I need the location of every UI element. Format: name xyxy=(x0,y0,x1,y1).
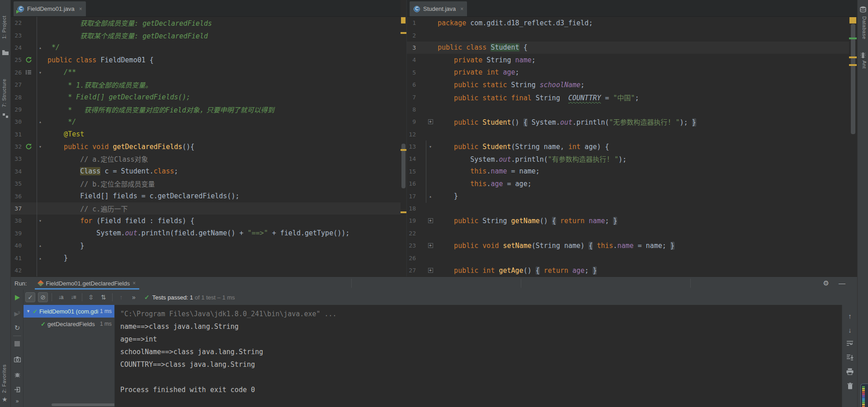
code-line[interactable]: 19+ public String getName() { return nam… xyxy=(407,215,857,227)
gutter-lines-icon[interactable] xyxy=(24,70,33,75)
code-line[interactable]: 26▾ /** xyxy=(11,66,401,79)
code-line[interactable]: 22 获取全部成员变量: getDeclaredFields xyxy=(11,17,401,29)
code-line[interactable]: 35 // b.定位全部成员变量 xyxy=(11,178,401,190)
scroll-to-end-icon[interactable] xyxy=(842,354,858,360)
line-number[interactable]: 34 xyxy=(11,168,22,175)
tab-fielddemo01[interactable]: C FieldDemo01.java × xyxy=(14,1,86,16)
code-line[interactable]: 18 xyxy=(407,202,857,215)
fold-marker-icon[interactable]: ▾ xyxy=(427,144,434,149)
toolbar-more-chevrons[interactable]: » xyxy=(129,292,139,302)
toolwindow-database[interactable]: Database xyxy=(859,16,867,44)
code-line[interactable]: 26 xyxy=(407,252,857,264)
line-number[interactable]: 13 xyxy=(407,143,416,150)
line-number[interactable]: 25 xyxy=(11,56,22,63)
stop-button[interactable] xyxy=(11,341,24,346)
tree-expand-arrow-icon[interactable]: ▼ xyxy=(26,309,32,313)
run-test-gutter-icon[interactable] xyxy=(24,56,33,63)
code-line[interactable]: 24▴ */ xyxy=(11,42,401,54)
code-line[interactable]: 12 xyxy=(407,128,857,140)
code-line[interactable]: 37 // c.遍历一下 xyxy=(11,202,401,215)
line-number[interactable]: 29 xyxy=(11,106,22,113)
line-number[interactable]: 26 xyxy=(11,69,22,76)
code-line[interactable]: 34 Class c = Student.class; xyxy=(11,165,401,178)
code-line[interactable]: 39 System.out.println(field.getName() + … xyxy=(11,227,401,239)
sort-by-duration-icon[interactable]: ↓≡ xyxy=(68,292,78,302)
fold-marker-icon[interactable]: ▴ xyxy=(37,119,44,124)
line-number[interactable]: 17 xyxy=(407,193,416,200)
sort-alphabetically-icon[interactable]: ↓a xyxy=(56,292,66,302)
up-stacktrace-icon[interactable]: ↑ xyxy=(842,312,858,320)
code-line[interactable]: 1package com.gdit.d18_reflect.d3_field; xyxy=(407,17,857,29)
line-number[interactable]: 12 xyxy=(407,131,416,138)
run-test-gutter-icon[interactable] xyxy=(24,143,33,150)
code-line[interactable]: 8 xyxy=(407,103,857,116)
minimize-panel-icon[interactable]: — xyxy=(839,279,845,287)
line-number[interactable]: 38 xyxy=(11,217,22,224)
code-line[interactable]: 27+ public int getAge() { return age; } xyxy=(407,264,857,276)
line-number[interactable]: 36 xyxy=(11,193,22,200)
close-run-tab-icon[interactable]: × xyxy=(132,280,136,286)
test-tree-row-class[interactable]: ▼ ✓ FieldDemo01 (com.gdit.d 1 ms xyxy=(24,305,114,318)
code-line[interactable]: 42 xyxy=(11,264,401,276)
fold-marker-icon[interactable]: + xyxy=(427,119,434,124)
code-line[interactable]: 3public class Student { xyxy=(407,42,857,54)
bug-icon[interactable] xyxy=(11,371,24,378)
code-line[interactable]: 9+ public Student() { System.out.println… xyxy=(407,116,857,128)
run-config-tab[interactable]: FieldDemo01.getDeclaredFields × xyxy=(35,277,139,290)
line-number[interactable]: 30 xyxy=(11,118,22,125)
fold-marker-icon[interactable]: ▾ xyxy=(37,218,44,223)
editor-right-body[interactable]: 1package com.gdit.d18_reflect.d3_field;2… xyxy=(407,17,857,276)
toolwindow-structure[interactable]: 7: Structure xyxy=(1,65,9,107)
toolwindow-ant[interactable]: Ant xyxy=(859,61,867,74)
fold-marker-icon[interactable]: + xyxy=(427,268,434,273)
code-line[interactable]: 36 Field[] fields = c.getDeclaredFields(… xyxy=(11,190,401,202)
previous-failed-test-icon[interactable]: ↑ xyxy=(116,292,126,302)
line-number[interactable]: 23 xyxy=(11,32,22,39)
line-number[interactable]: 27 xyxy=(407,267,416,274)
line-number[interactable]: 39 xyxy=(11,230,22,237)
hide-passed-toggle[interactable]: ✓ xyxy=(25,292,35,302)
toolwindow-project[interactable]: 1: Project xyxy=(1,4,9,39)
line-number[interactable]: 8 xyxy=(407,106,416,113)
code-line[interactable]: 14 System.out.println("有参数构造器执行! "); xyxy=(407,153,857,165)
code-line[interactable]: 13▾ public Student(String name, int age)… xyxy=(407,140,857,153)
expand-all-icon[interactable]: ⇳ xyxy=(86,292,96,302)
code-line[interactable]: 32▾ public void getDeclaredFields(){ xyxy=(11,140,401,153)
close-tab-icon[interactable]: × xyxy=(79,6,82,12)
ant-icon[interactable] xyxy=(859,51,867,59)
line-number[interactable]: 24 xyxy=(11,44,22,51)
line-number[interactable]: 1 xyxy=(407,19,416,26)
line-number[interactable]: 19 xyxy=(407,217,416,224)
code-line[interactable]: 17▴ } xyxy=(407,190,857,202)
rerun-tests-button[interactable] xyxy=(11,295,24,301)
line-number[interactable]: 3 xyxy=(407,44,416,51)
rerun-failed-tests-button[interactable]: ▶9 xyxy=(11,310,24,317)
code-line[interactable]: 2 xyxy=(407,29,857,41)
database-icon[interactable] xyxy=(859,6,867,13)
fold-marker-icon[interactable]: ▴ xyxy=(37,256,44,261)
code-line[interactable]: 6 public static String schoolName; xyxy=(407,79,857,91)
code-line[interactable]: 41▴ } xyxy=(11,252,401,264)
collapse-all-icon[interactable]: ⇅ xyxy=(99,292,108,302)
line-number[interactable]: 40 xyxy=(11,242,22,249)
fold-marker-icon[interactable]: + xyxy=(427,218,434,223)
line-number[interactable]: 37 xyxy=(11,205,22,212)
code-line[interactable]: 29 * 获得所有的成员变量对应的Field对象，只要申明了就可以得到 xyxy=(11,103,401,116)
clear-console-trash-icon[interactable] xyxy=(842,383,858,389)
code-line[interactable]: 7 public static final String COUNTTRY = … xyxy=(407,91,857,103)
line-number[interactable]: 33 xyxy=(11,155,22,162)
line-number[interactable]: 15 xyxy=(407,168,416,175)
line-number[interactable]: 7 xyxy=(407,94,416,101)
line-number[interactable]: 18 xyxy=(407,205,416,212)
left-editor-scroll-stripe[interactable] xyxy=(401,17,406,276)
code-line[interactable]: 22 xyxy=(407,227,857,239)
code-line[interactable]: 23+ public void setName(String name) { t… xyxy=(407,239,857,252)
show-ignored-toggle[interactable]: ⊘ xyxy=(38,292,48,302)
editor-left-body[interactable]: 22 获取全部成员变量: getDeclaredFields23 获取某个成员变… xyxy=(11,17,401,276)
code-line[interactable]: 15 this.name = name; xyxy=(407,165,857,178)
code-line[interactable]: 4 private String name; xyxy=(407,54,857,66)
open-results-icon[interactable] xyxy=(11,386,24,393)
fold-marker-icon[interactable]: ▴ xyxy=(37,45,44,50)
line-number[interactable]: 6 xyxy=(407,81,416,88)
close-tab-icon[interactable]: × xyxy=(460,6,463,12)
